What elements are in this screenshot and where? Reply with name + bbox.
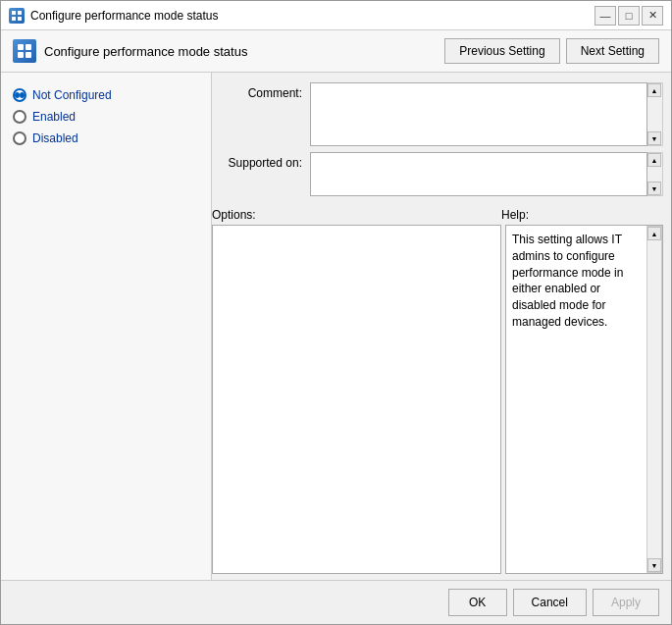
comment-scrollbar: ▲ ▼ (647, 82, 663, 146)
help-scroll-up[interactable]: ▲ (647, 227, 661, 240)
help-scrollbar: ▲ ▼ (646, 226, 662, 573)
svg-rect-6 (18, 52, 24, 58)
help-box: This setting allows IT admins to configu… (505, 225, 663, 574)
options-label: Options: (212, 208, 256, 222)
left-panel: Not Configured Enabled Disabled (1, 73, 212, 580)
ok-button[interactable]: OK (448, 589, 507, 616)
comment-label: Comment: (212, 82, 310, 100)
radio-not-configured[interactable]: Not Configured (13, 88, 199, 102)
svg-rect-7 (26, 52, 31, 58)
supported-scrollbar: ▲ ▼ (647, 152, 663, 196)
header-bar: Configure performance mode status Previo… (1, 30, 671, 73)
options-help-row: This setting allows IT admins to configu… (212, 225, 663, 580)
maximize-button[interactable]: □ (618, 6, 640, 26)
radio-disabled[interactable]: Disabled (13, 131, 199, 145)
header-title: Configure performance mode status (44, 44, 247, 59)
options-box (212, 225, 501, 574)
cancel-button[interactable]: Cancel (513, 589, 587, 616)
radio-label-not-configured: Not Configured (32, 88, 112, 102)
options-label-col: Options: (212, 208, 501, 222)
title-bar: Configure performance mode status — □ ✕ (1, 1, 671, 30)
radio-input-enabled (13, 110, 26, 124)
window-icon (9, 8, 25, 24)
supported-label: Supported on: (212, 152, 310, 170)
radio-input-not-configured (13, 88, 26, 102)
bottom-bar: OK Cancel Apply (1, 580, 671, 624)
window-controls: — □ ✕ (594, 6, 663, 26)
help-label-col: Help: (501, 208, 663, 222)
main-window: Configure performance mode status — □ ✕ … (0, 0, 672, 625)
svg-rect-2 (12, 17, 16, 21)
sections-labels-row: Options: Help: (212, 202, 663, 225)
svg-rect-3 (18, 17, 22, 21)
supported-scroll-down[interactable]: ▼ (647, 182, 661, 195)
supported-textarea[interactable] (310, 152, 647, 196)
comment-textarea[interactable] (310, 82, 647, 146)
svg-rect-0 (12, 11, 16, 15)
apply-button[interactable]: Apply (593, 589, 659, 616)
radio-group: Not Configured Enabled Disabled (13, 88, 199, 145)
comment-scroll-down[interactable]: ▼ (647, 131, 661, 145)
previous-setting-button[interactable]: Previous Setting (444, 38, 559, 64)
help-text: This setting allows IT admins to configu… (506, 226, 662, 337)
comment-row: Comment: ▲ ▼ (212, 82, 663, 146)
help-label: Help: (501, 208, 529, 222)
svg-rect-4 (18, 44, 24, 50)
close-button[interactable]: ✕ (642, 6, 663, 26)
window-title: Configure performance mode status (30, 9, 218, 23)
radio-input-disabled (13, 131, 26, 145)
supported-scroll-up[interactable]: ▲ (647, 153, 661, 167)
radio-enabled[interactable]: Enabled (13, 110, 199, 124)
comment-scroll-up[interactable]: ▲ (647, 83, 661, 97)
radio-label-enabled: Enabled (32, 110, 76, 124)
next-setting-button[interactable]: Next Setting (566, 38, 659, 64)
radio-label-disabled: Disabled (32, 131, 78, 145)
header-left: Configure performance mode status (13, 39, 247, 63)
header-icon (13, 39, 36, 63)
help-scroll-down[interactable]: ▼ (647, 558, 661, 572)
header-buttons: Previous Setting Next Setting (444, 38, 659, 64)
minimize-button[interactable]: — (594, 6, 616, 26)
svg-rect-5 (26, 44, 31, 50)
title-bar-left: Configure performance mode status (9, 8, 218, 24)
svg-rect-1 (18, 11, 22, 15)
supported-row: Supported on: ▲ ▼ (212, 152, 663, 196)
